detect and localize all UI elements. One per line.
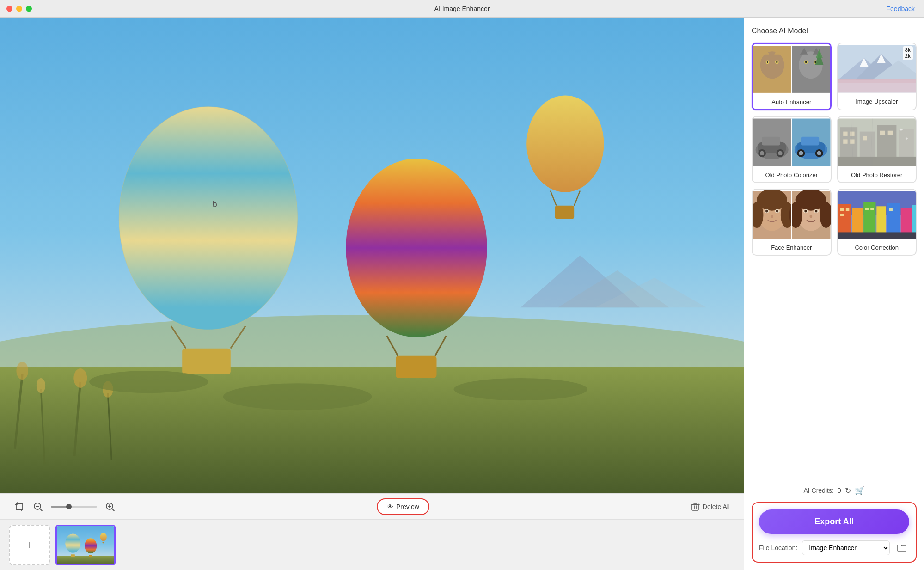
svg-point-122 xyxy=(776,210,779,213)
model-card-color-correction[interactable]: Color Correction xyxy=(837,189,917,256)
ai-credits-label: AI Credits: xyxy=(803,487,833,494)
preview-label: Preview xyxy=(396,503,419,510)
svg-rect-51 xyxy=(103,542,104,543)
export-all-button[interactable]: Export All xyxy=(759,509,909,534)
ai-model-section: Choose AI Model xyxy=(744,18,924,478)
svg-text:✦: ✦ xyxy=(905,136,909,141)
eye-icon: 👁 xyxy=(387,503,393,510)
svg-point-21 xyxy=(526,96,604,192)
model-card-label-image-upscaler: Image Upscaler xyxy=(838,94,916,109)
svg-point-6 xyxy=(37,378,45,393)
model-card-image-face-enhancer xyxy=(753,190,831,240)
add-image-button[interactable]: + xyxy=(9,525,50,565)
svg-point-46 xyxy=(65,533,80,552)
old-photo-colorizer-preview xyxy=(753,117,831,168)
auto-enhancer-preview xyxy=(753,44,830,95)
svg-point-48 xyxy=(85,538,97,553)
cart-icon[interactable]: 🛒 xyxy=(855,485,865,496)
svg-point-30 xyxy=(453,378,587,400)
image-viewport: b xyxy=(0,18,744,493)
model-card-label-old-photo-restorer: Old Photo Restorer xyxy=(838,168,916,182)
maximize-button[interactable] xyxy=(26,6,32,12)
ai-credits-row: AI Credits: 0 ↻ 🛒 xyxy=(752,485,917,496)
svg-rect-150 xyxy=(838,232,916,239)
thumbnail-item[interactable] xyxy=(55,525,116,565)
feedback-link[interactable]: Feedback xyxy=(887,5,915,12)
model-card-old-photo-restorer[interactable]: ✦ ✦ Old Photo Restorer xyxy=(837,116,917,183)
svg-point-53 xyxy=(760,51,784,79)
upscaler-badge: 8k2k xyxy=(903,46,913,60)
svg-point-59 xyxy=(776,61,778,63)
preview-button[interactable]: 👁 Preview xyxy=(377,498,429,515)
svg-text:b: b xyxy=(212,199,218,209)
svg-rect-78 xyxy=(838,79,916,83)
model-card-face-enhancer[interactable]: Face Enhancer xyxy=(752,189,832,256)
model-card-label-face-enhancer: Face Enhancer xyxy=(753,240,831,255)
model-card-image-image-upscaler: 8k2k xyxy=(838,43,916,94)
folder-icon[interactable] xyxy=(894,540,909,555)
file-location-label: File Location: xyxy=(759,544,797,552)
add-icon: + xyxy=(26,538,33,552)
svg-rect-47 xyxy=(71,554,75,557)
model-card-image-auto-enhancer xyxy=(753,44,830,95)
svg-point-66 xyxy=(805,61,807,63)
svg-point-94 xyxy=(817,151,821,155)
trash-icon xyxy=(691,502,700,511)
svg-rect-109 xyxy=(838,119,916,166)
model-card-label-color-correction: Color Correction xyxy=(838,240,916,255)
svg-point-4 xyxy=(16,362,28,380)
delete-all-button[interactable]: Delete All xyxy=(691,502,730,511)
svg-point-133 xyxy=(810,215,813,218)
svg-point-86 xyxy=(778,151,782,155)
export-section: AI Credits: 0 ↻ 🛒 Export All File Locati… xyxy=(744,478,924,570)
main-image: b xyxy=(0,18,744,493)
svg-line-33 xyxy=(40,509,43,511)
svg-point-132 xyxy=(815,210,818,213)
model-card-image-old-photo-restorer: ✦ ✦ xyxy=(838,117,916,168)
svg-point-17 xyxy=(346,159,487,337)
old-photo-restorer-preview: ✦ ✦ xyxy=(838,117,916,168)
svg-rect-15 xyxy=(182,349,231,374)
svg-rect-20 xyxy=(396,356,436,378)
svg-point-92 xyxy=(799,151,803,155)
svg-rect-45 xyxy=(57,556,116,565)
export-wrapper: Export All File Location: Image Enhancer… xyxy=(752,502,917,563)
left-panel: b xyxy=(0,18,744,570)
svg-point-50 xyxy=(100,533,107,541)
svg-line-37 xyxy=(112,509,115,511)
app-title: AI Image Enhancer xyxy=(434,5,490,12)
face-enhancer-preview xyxy=(753,190,831,240)
main-layout: b xyxy=(0,18,924,570)
file-location-select[interactable]: Image EnhancerDesktopDocumentsDownloads xyxy=(802,540,890,555)
right-panel: Choose AI Model xyxy=(744,18,924,570)
zoom-out-icon[interactable] xyxy=(32,501,43,512)
svg-point-28 xyxy=(89,371,208,393)
svg-point-8 xyxy=(73,368,87,388)
svg-rect-146 xyxy=(840,214,843,216)
titlebar: AI Image Enhancer Feedback xyxy=(0,0,924,18)
zoom-slider-container[interactable] xyxy=(51,506,97,508)
traffic-lights xyxy=(6,6,32,12)
svg-rect-149 xyxy=(889,208,892,211)
model-grid: Auto Enhancer xyxy=(752,43,917,256)
zoom-slider[interactable] xyxy=(51,506,97,508)
svg-rect-49 xyxy=(89,555,92,557)
model-card-image-upscaler[interactable]: 8k2k Image Upscaler xyxy=(837,43,917,110)
zoom-in-icon[interactable] xyxy=(104,501,116,512)
crop-icon[interactable] xyxy=(14,501,25,512)
svg-rect-24 xyxy=(555,206,574,219)
thumbnail-strip: + xyxy=(0,519,744,570)
svg-rect-82 xyxy=(762,137,780,146)
svg-point-131 xyxy=(804,210,807,213)
model-card-old-photo-colorizer[interactable]: Old Photo Colorizer xyxy=(752,116,832,183)
model-card-image-old-photo-colorizer xyxy=(753,117,831,168)
close-button[interactable] xyxy=(6,6,12,12)
minimize-button[interactable] xyxy=(16,6,22,12)
svg-point-121 xyxy=(765,210,768,213)
svg-point-58 xyxy=(767,61,769,63)
refresh-icon[interactable]: ↻ xyxy=(845,486,851,495)
svg-point-123 xyxy=(771,215,773,218)
model-card-auto-enhancer[interactable]: Auto Enhancer xyxy=(752,43,832,110)
svg-text:✦: ✦ xyxy=(899,126,904,133)
svg-rect-144 xyxy=(840,208,843,211)
